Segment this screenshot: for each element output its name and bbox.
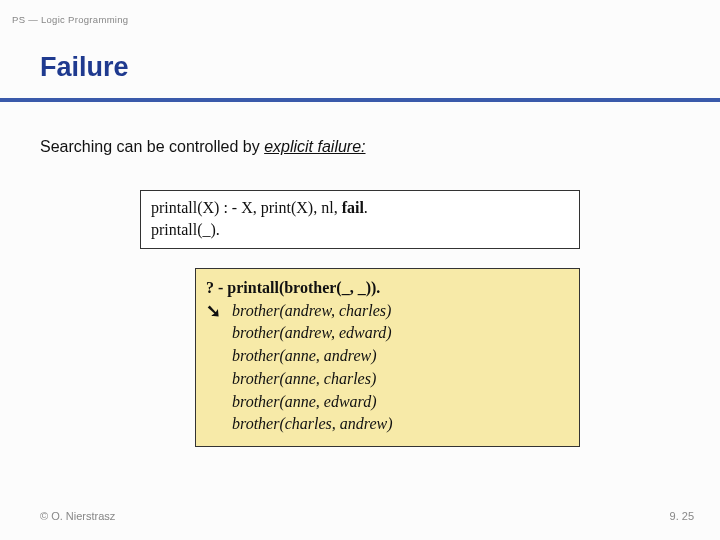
result-line: brother(anne, edward) bbox=[232, 391, 393, 414]
result-line: brother(anne, andrew) bbox=[232, 345, 393, 368]
code-line-1-post: . bbox=[364, 199, 368, 216]
title-underline bbox=[0, 98, 720, 102]
response-block: ➘ brother(andrew, charles) brother(andre… bbox=[206, 300, 569, 436]
footer-page-number: 9. 25 bbox=[670, 510, 694, 522]
slide-title: Failure bbox=[40, 52, 129, 83]
intro-prefix: Searching can be controlled by bbox=[40, 138, 264, 155]
code-line-1-pre: printall(X) : - X, print(X), nl, bbox=[151, 199, 342, 216]
intro-emphasis: explicit failure: bbox=[264, 138, 365, 155]
result-lines: brother(andrew, charles) brother(andrew,… bbox=[232, 300, 393, 436]
code-line-2: printall(_). bbox=[151, 219, 569, 241]
course-header: PS — Logic Programming bbox=[12, 14, 128, 25]
result-line: brother(andrew, charles) bbox=[232, 300, 393, 323]
result-line: brother(charles, andrew) bbox=[232, 413, 393, 436]
intro-text: Searching can be controlled by explicit … bbox=[40, 138, 366, 156]
code-query-box: ? - printall(brother(_, _)). ➘ brother(a… bbox=[195, 268, 580, 447]
footer-copyright: © O. Nierstrasz bbox=[40, 510, 115, 522]
result-line: brother(anne, charles) bbox=[232, 368, 393, 391]
code-line-1: printall(X) : - X, print(X), nl, fail. bbox=[151, 197, 569, 219]
query-line: ? - printall(brother(_, _)). bbox=[206, 277, 569, 300]
result-arrow-icon: ➘ bbox=[206, 300, 232, 436]
result-line: brother(andrew, edward) bbox=[232, 322, 393, 345]
code-definition-box: printall(X) : - X, print(X), nl, fail. p… bbox=[140, 190, 580, 249]
code-fail-keyword: fail bbox=[342, 199, 364, 216]
